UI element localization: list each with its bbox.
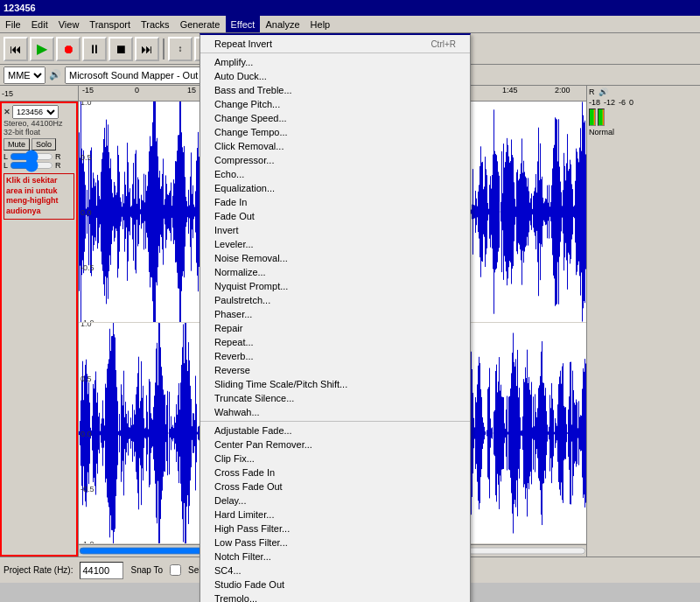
vu-r-label: R (589, 88, 595, 96)
title-text: 123456 (4, 3, 36, 13)
toolbar-separator (163, 38, 164, 60)
ruler-mark-15: 15 (187, 86, 196, 94)
project-rate-label: Project Rate (Hz): (4, 565, 73, 575)
snap-label: Snap To (130, 565, 163, 575)
ruler-mark-0: 0 (135, 86, 139, 94)
menu-hard-limiter[interactable]: Hard Limiter... (200, 508, 470, 522)
titlebar: 123456 (0, 0, 700, 16)
menu-fade-out[interactable]: Fade Out (200, 209, 470, 223)
db-neg18: -18 (589, 98, 600, 107)
db-scale: -18 -12 -6 0 (589, 98, 698, 107)
track-info: Stereo, 44100Hz32-bit float (4, 119, 74, 136)
menu-tracks[interactable]: Tracks (136, 16, 175, 32)
project-rate-input[interactable] (80, 562, 123, 579)
menu-reverse[interactable]: Reverse (200, 363, 470, 377)
menu-paulstretch[interactable]: Paulstretch... (200, 293, 470, 307)
ruler-mark-1m45: 1:45 (502, 86, 518, 94)
repeat-invert-shortcut: Ctrl+R (430, 39, 456, 49)
menu-section-2: Adjustable Fade... Center Pan Remover...… (200, 422, 470, 602)
menu-low-pass-filter[interactable]: Low Pass Filter... (200, 536, 470, 550)
menu-high-pass-filter[interactable]: High Pass Filter... (200, 522, 470, 536)
menu-sc4[interactable]: SC4... (200, 564, 470, 578)
skip-start-button[interactable]: ⏮ (4, 37, 28, 61)
normal-label: Normal (589, 128, 698, 136)
menu-clip-fix[interactable]: Clip Fix... (200, 452, 470, 466)
menu-cross-fade-in[interactable]: Cross Fade In (200, 466, 470, 480)
menu-top-section: Repeat Invert Ctrl+R (200, 35, 470, 53)
vu-bar-left (589, 108, 596, 126)
vu-bars (589, 108, 698, 126)
menu-wahwah[interactable]: Wahwah... (200, 405, 470, 419)
vu-header: R 🔊 (589, 88, 698, 96)
menu-change-speed[interactable]: Change Speed... (200, 111, 470, 125)
ruler-mark-2m: 2:00 (555, 86, 570, 94)
record-button[interactable]: ⏺ (56, 37, 80, 61)
solo-button[interactable]: Solo (32, 138, 56, 150)
menu-fade-in[interactable]: Fade In (200, 195, 470, 209)
pan-r-label: R (55, 161, 61, 170)
menu-leveler[interactable]: Leveler... (200, 237, 470, 251)
menu-center-pan-remover[interactable]: Center Pan Remover... (200, 438, 470, 452)
stop-button[interactable]: ⏹ (108, 37, 133, 61)
menu-sliding-time-scale[interactable]: Sliding Time Scale/Pitch Shift... (200, 377, 470, 391)
menu-phaser[interactable]: Phaser... (200, 307, 470, 321)
menu-adjustable-fade[interactable]: Adjustable Fade... (200, 424, 470, 438)
menu-click-removal[interactable]: Click Removal... (200, 139, 470, 153)
menu-bass-treble[interactable]: Bass and Treble... (200, 83, 470, 97)
menu-noise-removal[interactable]: Noise Removal... (200, 251, 470, 265)
track-controls: -15 ✕ 123456 Stereo, 44100Hz32-bit float… (0, 86, 79, 556)
vu-bar-right (598, 108, 605, 126)
track-hint: Klik di sekitar area ini untuk meng-higl… (4, 173, 74, 220)
menu-reverb[interactable]: Reverb... (200, 349, 470, 363)
snap-checkbox[interactable] (170, 564, 181, 576)
menu-generate[interactable]: Generate (175, 16, 226, 32)
menu-transport[interactable]: Transport (84, 16, 136, 32)
menu-nyquist-prompt[interactable]: Nyquist Prompt... (200, 279, 470, 293)
menu-file[interactable]: File (0, 16, 26, 32)
menu-amplify[interactable]: Amplify... (200, 55, 470, 69)
menu-effect[interactable]: Effect (226, 16, 261, 32)
ruler-mark-neg15: -15 (82, 86, 94, 94)
pan-slider[interactable] (10, 161, 53, 170)
skip-end-button[interactable]: ⏭ (135, 37, 159, 61)
output-device-select[interactable]: Microsoft Sound Mapper - Out (65, 66, 222, 84)
pan-l-label: L (4, 161, 8, 170)
menu-tremolo[interactable]: Tremolo... (200, 592, 470, 602)
menu-change-pitch[interactable]: Change Pitch... (200, 97, 470, 111)
menu-studio-fade-out[interactable]: Studio Fade Out (200, 578, 470, 592)
play-button[interactable]: ▶ (30, 37, 54, 61)
menu-repeat-invert[interactable]: Repeat Invert Ctrl+R (200, 37, 470, 51)
menu-truncate-silence[interactable]: Truncate Silence... (200, 391, 470, 405)
pause-button[interactable]: ⏸ (82, 37, 107, 61)
repeat-invert-label: Repeat Invert (214, 38, 272, 49)
menu-notch-filter[interactable]: Notch Filter... (200, 550, 470, 564)
menu-help[interactable]: Help (305, 16, 336, 32)
gain-r-label: R (55, 152, 61, 161)
menu-repair[interactable]: Repair (200, 321, 470, 335)
menu-normalize[interactable]: Normalize... (200, 265, 470, 279)
track-control-1: ✕ 123456 Stereo, 44100Hz32-bit float Mut… (0, 102, 78, 556)
tool1-button[interactable]: ↕ (168, 37, 192, 61)
menu-compressor[interactable]: Compressor... (200, 153, 470, 167)
menu-equalization[interactable]: Equalization... (200, 181, 470, 195)
menu-change-tempo[interactable]: Change Tempo... (200, 125, 470, 139)
menu-repeat[interactable]: Repeat... (200, 335, 470, 349)
menu-delay[interactable]: Delay... (200, 494, 470, 508)
vu-speaker-icon: 🔊 (598, 88, 608, 96)
track-name-select[interactable]: 123456 (12, 105, 59, 119)
driver-select[interactable]: MME (4, 66, 46, 84)
mute-button[interactable]: Mute (4, 138, 30, 150)
track-close-button[interactable]: ✕ (4, 108, 10, 116)
menu-invert[interactable]: Invert (200, 223, 470, 237)
menu-view[interactable]: View (53, 16, 85, 32)
menubar: File Edit View Transport Tracks Generate… (0, 16, 700, 33)
effect-dropdown-menu: Repeat Invert Ctrl+R Amplify... Auto Duc… (200, 33, 471, 602)
menu-echo[interactable]: Echo... (200, 167, 470, 181)
ruler-unit: -15 (2, 89, 13, 98)
menu-auto-duck[interactable]: Auto Duck... (200, 69, 470, 83)
menu-analyze[interactable]: Analyze (260, 16, 304, 32)
menu-cross-fade-out[interactable]: Cross Fade Out (200, 480, 470, 494)
menu-edit[interactable]: Edit (26, 16, 53, 32)
speaker-icon: 🔊 (49, 69, 61, 80)
db-neg6: -6 (619, 98, 626, 107)
